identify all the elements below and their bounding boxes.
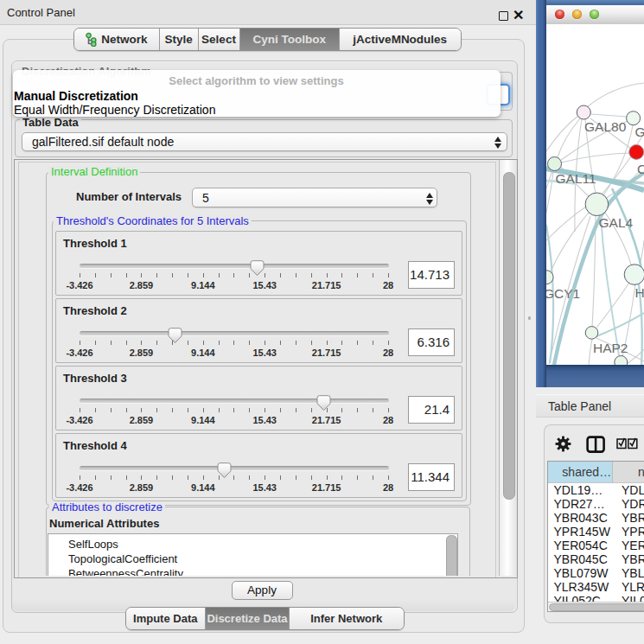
svg-text:GAL11: GAL11	[556, 171, 596, 186]
svg-text:GCY1: GCY1	[546, 286, 580, 301]
svg-text:C: C	[637, 162, 644, 176]
svg-text:GA: GA	[635, 124, 644, 139]
svg-text:GAL4: GAL4	[599, 215, 634, 230]
svg-text:HAP2: HAP2	[593, 341, 628, 355]
svg-text:GAL80: GAL80	[584, 119, 627, 134]
svg-text:H: H	[635, 285, 644, 300]
